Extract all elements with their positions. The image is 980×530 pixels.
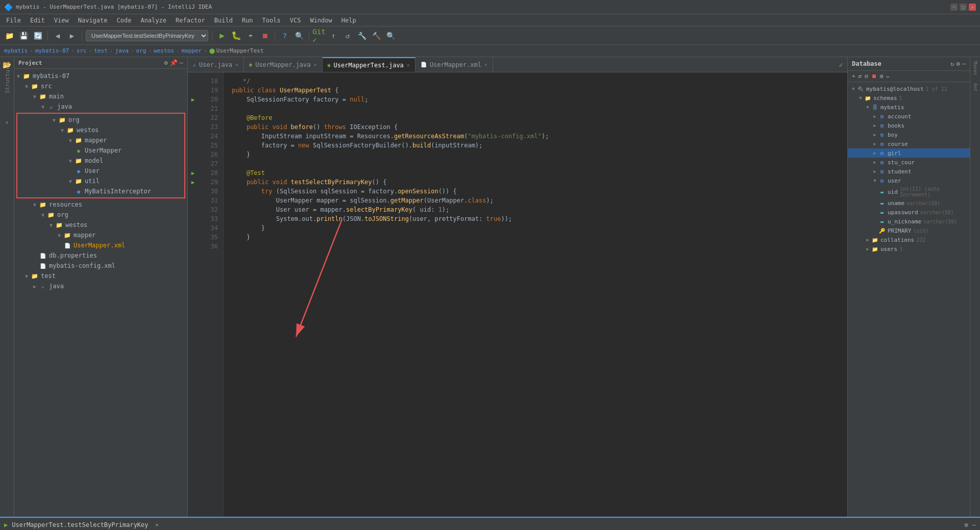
bc-src[interactable]: src [77,47,87,54]
project-pin-icon[interactable]: 📌 [170,59,178,66]
menu-code[interactable]: Code [113,16,136,25]
debug-btn[interactable]: 🐛 [230,30,242,42]
toolbar-search-btn[interactable]: 🔍 [293,30,305,42]
db-mybatis-schema[interactable]: ▼ 🗄 mybatis [848,103,970,112]
tree-item-usermapper-xml[interactable]: 📄 UserMapper.xml [14,240,187,250]
db-connection[interactable]: ▼ 🔌 mybatis@localhost 1 of 12 [848,84,970,93]
tree-item-test-java[interactable]: ▶ ☕ java [14,281,187,291]
git-history-btn[interactable]: ↺ [341,30,354,42]
db-filter-icon[interactable]: ⊟ [865,73,868,80]
project-collapse-icon[interactable]: — [180,59,183,66]
db-table-course[interactable]: ▶ ⊞ course [848,139,970,148]
menu-vcs[interactable]: VCS [286,16,305,25]
bc-org[interactable]: org [136,47,146,54]
maximize-button[interactable]: □ [960,4,967,11]
db-stop-icon[interactable]: ⏹ [871,73,877,80]
run-minimize-icon[interactable]: — [972,521,976,528]
db-schemas[interactable]: ▼ 📁 schemas 1 [848,93,970,103]
git-status-btn[interactable]: Git ✓ [313,30,325,42]
db-col-uid[interactable]: ▬ uid int(11) (auto Increment) [848,185,970,198]
db-table-user[interactable]: ▼ ⊞ user [848,176,970,185]
tree-item-interceptor[interactable]: ◉ MyBatisInterceptor [17,186,184,196]
tree-item-mybatis07[interactable]: ▼ 📁 mybatis-07 [14,71,187,81]
menu-analyze[interactable]: Analyze [136,16,170,25]
menu-navigate[interactable]: Navigate [74,16,112,25]
run-btn[interactable]: ▶ [216,30,228,42]
toolbar-back-btn[interactable]: ◀ [52,30,64,42]
run-config-combo[interactable]: UserMapperTest.testSelectByPrimaryKey [86,30,208,41]
tree-item-resources-mapper[interactable]: ▼ 📁 mapper [14,230,187,240]
tree-item-util[interactable]: ▼ 📁 util [17,176,184,186]
db-sync-icon[interactable]: ⇄ [859,73,862,80]
tree-item-test[interactable]: ▼ 📁 test [14,271,187,281]
menu-run[interactable]: Run [238,16,257,25]
toolbar-find-btn[interactable]: 🔍 [384,30,397,42]
bc-mapper[interactable]: mapper [181,47,202,54]
db-table-girl[interactable]: ▶ ⊞ girl [848,148,970,158]
menu-edit[interactable]: Edit [26,16,49,25]
run-indicator-28[interactable]: ▶ [188,168,198,178]
toolbar-open-btn[interactable]: 📁 [3,30,15,42]
db-add-icon[interactable]: + [852,73,855,80]
tree-item-user-class[interactable]: ◉ User [17,166,184,176]
run-indicator-19[interactable]: ▶ [188,95,198,104]
ant-tab[interactable]: Ant [973,81,978,93]
tree-item-westos[interactable]: ▼ 📁 westos [17,125,184,135]
db-collations[interactable]: ▶ 📁 collations 222 [848,235,970,244]
bc-java[interactable]: java [115,47,129,54]
bc-mybatis07[interactable]: mybatis-07 [35,47,69,54]
tab-usermapper-xml[interactable]: 📄 UserMapper.xml ✕ [415,57,493,72]
tab-close-user[interactable]: ✕ [235,62,238,67]
db-refresh-icon[interactable]: ↻ [950,60,954,67]
menu-tools[interactable]: Tools [258,16,285,25]
tab-user-java[interactable]: ☕ User.java ✕ [188,57,244,72]
menu-window[interactable]: Window [306,16,336,25]
tree-item-mapper-folder[interactable]: ▼ 📁 mapper [17,135,184,145]
menu-file[interactable]: File [2,16,25,25]
db-table-icon[interactable]: ⊞ [880,73,884,80]
tab-usermapper-java[interactable]: ◉ UserMapper.java ✕ [244,57,322,72]
db-settings-icon[interactable]: ⚙ [957,60,960,67]
run-with-coverage-btn[interactable]: ☂ [244,30,257,42]
structure-icon[interactable]: Structure [2,72,13,84]
run-close-tab[interactable]: ✕ [156,522,159,527]
tab-close-usermapperxml[interactable]: ✕ [484,62,487,67]
db-key-primary[interactable]: 🔑 PRIMARY (uid) [848,226,970,235]
maven-tab[interactable]: Maven [973,59,978,77]
toolbar-forward-btn[interactable]: ▶ [66,30,78,42]
toolbar-refresh-btn[interactable]: 🔄 [32,30,44,42]
tree-item-main[interactable]: ▼ 📁 main [14,91,187,102]
project-settings-icon[interactable]: ⚙ [164,59,168,66]
db-table-books[interactable]: ▶ ⊞ books [848,121,970,130]
close-button[interactable]: ✕ [969,4,976,11]
bc-westos[interactable]: westos [154,47,174,54]
window-controls[interactable]: ─ □ ✕ [950,4,976,11]
tree-item-org[interactable]: ▼ 📁 org [17,115,184,125]
db-col-uname[interactable]: ▬ uname varchar(50) [848,198,970,208]
run-settings-icon[interactable]: ⚙ [965,521,968,528]
menu-build[interactable]: Build [210,16,237,25]
tree-item-resources[interactable]: ▼ 📁 resources [14,199,187,210]
menu-refactor[interactable]: Refactor [172,16,209,25]
bc-test[interactable]: test [94,47,108,54]
db-users[interactable]: ▶ 📁 users 3 [848,244,970,254]
db-table-boy[interactable]: ▶ ⊞ boy [848,130,970,139]
tree-item-db-properties[interactable]: 📄 db.properties [14,250,187,261]
tab-close-usermapper[interactable]: ✕ [314,62,317,67]
tree-item-usermapper[interactable]: ◉ UserMapper [17,145,184,156]
tree-item-resources-org[interactable]: ▼ 📁 org [14,210,187,220]
db-col-upassword[interactable]: ▬ upassword varchar(50) [848,208,970,217]
code-content[interactable]: */ public class UserMapperTest { SqlSess… [224,72,847,517]
tree-item-mybatis-config[interactable]: 📄 mybatis-config.xml [14,261,187,271]
minimize-button[interactable]: ─ [950,4,958,11]
tree-item-java[interactable]: ▼ ☕ java [14,102,187,112]
db-minimize-icon[interactable]: — [962,60,966,67]
tab-usermappertest-java[interactable]: ◉ UserMapperTest.java ✕ [323,57,415,72]
favorites-icon[interactable]: ★ [2,116,13,128]
tree-item-model[interactable]: ▼ 📁 model [17,156,184,166]
tree-item-resources-westos[interactable]: ▼ 📁 westos [14,220,187,230]
db-edit-icon[interactable]: ✏ [887,73,890,80]
toolbar-wrench-btn[interactable]: 🔧 [356,30,368,42]
git-update-btn[interactable]: ↑ [327,30,339,42]
toolbar-build-btn[interactable]: 🔨 [370,30,382,42]
